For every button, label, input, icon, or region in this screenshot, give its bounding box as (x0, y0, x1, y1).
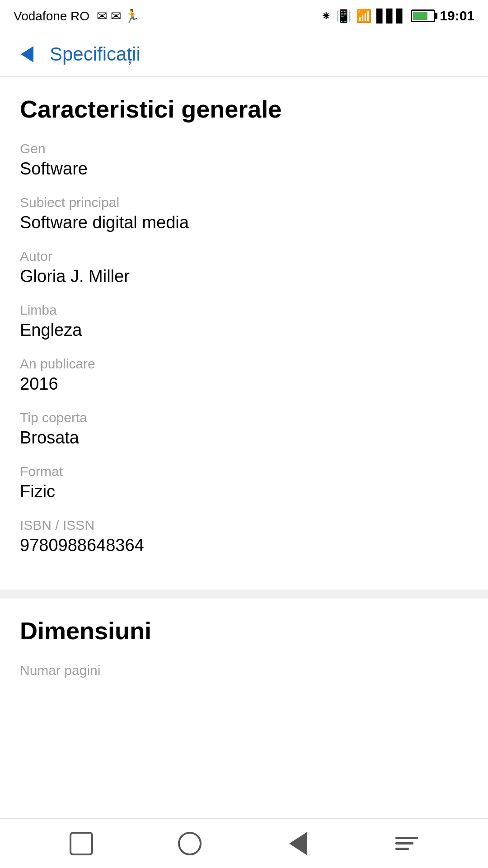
wifi-icon: 📶 (356, 9, 372, 24)
circle-icon (178, 832, 202, 855)
spec-coperta-value: Brosata (20, 428, 468, 448)
spec-isbn: ISBN / ISSN 9780988648364 (20, 518, 468, 555)
spec-autor-value: Gloria J. Miller (20, 267, 468, 286)
spec-format-value: Fizic (20, 482, 468, 501)
back-button[interactable] (14, 41, 41, 68)
spec-an-label: An publicare (20, 356, 468, 372)
menu-button[interactable] (389, 826, 425, 862)
spec-pagini: Numar pagini (20, 663, 468, 678)
back-arrow-icon (21, 46, 33, 62)
main-content: Caracteristici generale Gen Software Sub… (0, 77, 488, 818)
spec-isbn-value: 9780988648364 (20, 536, 468, 555)
general-section: Caracteristici generale Gen Software Sub… (0, 77, 488, 590)
spec-subiect-value: Software digital media (20, 213, 468, 232)
square-icon (70, 832, 93, 855)
spec-gen-value: Software (20, 159, 468, 179)
spec-subiect: Subiect principal Software digital media (20, 195, 468, 232)
spec-subiect-label: Subiect principal (20, 195, 468, 210)
spec-an: An publicare 2016 (20, 356, 468, 394)
carrier-text: Vodafone RO ✉ ✉ 🏃 (14, 9, 140, 24)
spec-coperta: Tip coperta Brosata (20, 410, 468, 448)
menu-icon (395, 837, 418, 850)
spec-gen-label: Gen (20, 141, 468, 156)
status-icons: ⁕ 📳 📶 ▋▋▋ 19:01 (321, 8, 474, 24)
spec-gen: Gen Software (20, 141, 468, 179)
time-display: 19:01 (440, 8, 474, 24)
bottom-navigation (0, 818, 488, 868)
navigation-bar: Specificații (0, 32, 488, 77)
recent-apps-button[interactable] (63, 826, 99, 862)
spec-limba-label: Limba (20, 302, 468, 318)
spec-isbn-label: ISBN / ISSN (20, 518, 468, 533)
spec-autor-label: Autor (20, 249, 468, 264)
home-button[interactable] (172, 826, 208, 862)
dimensions-section-title: Dimensiuni (20, 617, 468, 645)
dimensions-section: Dimensiuni Numar pagini (0, 599, 488, 712)
spec-an-value: 2016 (20, 374, 468, 394)
section-divider (0, 590, 488, 599)
triangle-icon (289, 832, 307, 855)
bluetooth-icon: ⁕ (321, 9, 331, 24)
spec-limba: Limba Engleza (20, 302, 468, 340)
spec-coperta-label: Tip coperta (20, 410, 468, 425)
spec-limba-value: Engleza (20, 321, 468, 340)
vibrate-icon: 📳 (336, 9, 352, 24)
general-section-title: Caracteristici generale (20, 95, 468, 123)
page-title: Specificații (50, 43, 141, 65)
signal-icon: ▋▋▋ (376, 9, 406, 24)
status-bar: Vodafone RO ✉ ✉ 🏃 ⁕ 📳 📶 ▋▋▋ 19:01 (0, 0, 488, 32)
battery-icon (411, 9, 435, 22)
spec-pagini-label: Numar pagini (20, 663, 468, 678)
spec-format-label: Format (20, 464, 468, 479)
spec-autor: Autor Gloria J. Miller (20, 249, 468, 286)
back-nav-button[interactable] (280, 826, 316, 862)
spec-format: Format Fizic (20, 464, 468, 501)
